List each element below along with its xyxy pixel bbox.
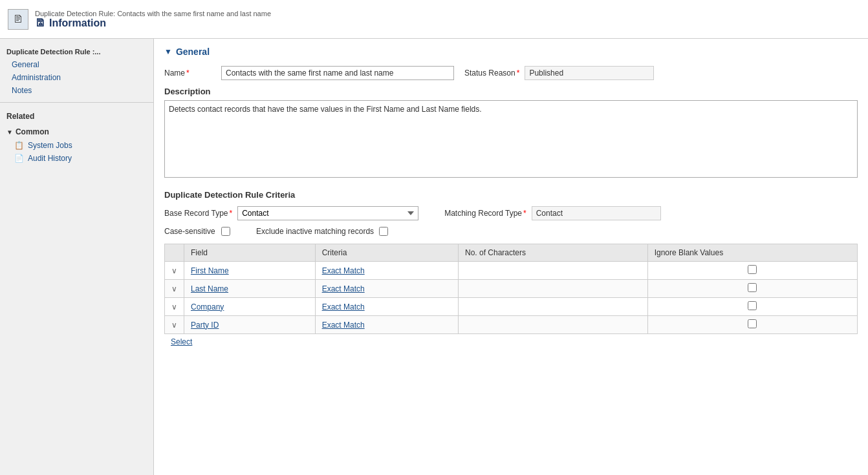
criteria-link[interactable]: Exact Match — [322, 266, 365, 275]
col-field: Field — [184, 244, 316, 262]
criteria-title: Duplicate Detection Rule Criteria — [164, 190, 858, 200]
row-ignore-blank — [647, 280, 857, 298]
table-row: ∨ Last Name Exact Match — [165, 280, 858, 298]
section-triangle-icon: ▼ — [164, 47, 172, 56]
status-reason-input — [525, 66, 654, 80]
name-field-group: Name* — [164, 66, 454, 80]
row-no-of-chars — [459, 298, 648, 316]
row-ignore-blank — [647, 298, 857, 316]
header-text: Duplicate Detection Rule: Contacts with … — [35, 10, 271, 29]
row-field: Party ID — [184, 316, 316, 334]
field-link[interactable]: Company — [191, 302, 224, 311]
section-title: General — [176, 47, 210, 57]
criteria-table: Field Criteria No. of Characters Ignore … — [164, 244, 858, 334]
row-chevron[interactable]: ∨ — [165, 298, 184, 316]
table-row: ∨ Company Exact Match — [165, 298, 858, 316]
row-chevron[interactable]: ∨ — [165, 262, 184, 280]
col-criteria: Criteria — [315, 244, 458, 262]
row-criteria: Exact Match — [315, 316, 458, 334]
table-row: ∨ Party ID Exact Match — [165, 316, 858, 334]
exclude-inactive-group: Exclude inactive matching records — [256, 227, 388, 236]
base-record-type-select[interactable]: Contact — [237, 206, 418, 220]
base-record-type-group: Base Record Type* Contact — [164, 206, 418, 220]
row-criteria: Exact Match — [315, 298, 458, 316]
criteria-link[interactable]: Exact Match — [322, 321, 365, 330]
col-ignore-blank: Ignore Blank Values — [647, 244, 857, 262]
sidebar-section-title: Duplicate Detection Rule :... — [0, 44, 153, 58]
app-icon: 🖹 — [8, 9, 28, 30]
row-ignore-blank — [647, 262, 857, 280]
section-header: ▼ General — [164, 47, 858, 57]
sidebar-item-audit-history[interactable]: 📄 Audit History — [0, 152, 153, 165]
exclude-inactive-label: Exclude inactive matching records — [256, 227, 374, 236]
status-reason-field-group: Status Reason* — [464, 66, 654, 80]
audit-history-icon: 📄 — [14, 154, 24, 163]
sidebar-item-system-jobs[interactable]: 📋 System Jobs — [0, 139, 153, 152]
sidebar-common-header: ▼ Common — [0, 125, 153, 139]
info-icon: 🖺 — [35, 17, 45, 29]
description-section: Description Detects contact records that… — [164, 87, 858, 180]
criteria-link[interactable]: Exact Match — [322, 284, 365, 293]
case-sensitive-label: Case-sensitive — [164, 227, 216, 236]
criteria-bottom-row: Case-sensitive Exclude inactive matching… — [164, 227, 858, 236]
sidebar-item-general[interactable]: General — [0, 58, 153, 71]
case-sensitive-group: Case-sensitive — [164, 227, 230, 236]
row-criteria: Exact Match — [315, 280, 458, 298]
name-input[interactable] — [221, 66, 454, 80]
criteria-link[interactable]: Exact Match — [322, 302, 365, 311]
sidebar: Duplicate Detection Rule :... General Ad… — [0, 39, 154, 475]
sidebar-item-notes[interactable]: Notes — [0, 84, 153, 97]
col-chevron — [165, 244, 184, 262]
row-no-of-chars — [459, 280, 648, 298]
matching-record-type-input — [532, 206, 661, 220]
header-subtitle: Duplicate Detection Rule: Contacts with … — [35, 10, 271, 17]
ignore-blank-checkbox[interactable] — [748, 265, 757, 274]
select-link[interactable]: Select — [164, 334, 199, 350]
ignore-blank-checkbox[interactable] — [748, 301, 757, 310]
row-criteria: Exact Match — [315, 262, 458, 280]
ignore-blank-checkbox[interactable] — [748, 283, 757, 292]
base-record-type-label: Base Record Type* — [164, 209, 232, 218]
row-no-of-chars — [459, 262, 648, 280]
sidebar-divider — [0, 102, 153, 103]
row-field: Last Name — [184, 280, 316, 298]
system-jobs-icon: 📋 — [14, 141, 24, 150]
exclude-inactive-checkbox[interactable] — [379, 227, 388, 236]
matching-record-type-group: Matching Record Type* — [444, 206, 661, 220]
col-no-of-chars: No. of Characters — [459, 244, 648, 262]
criteria-top-row: Base Record Type* Contact Matching Recor… — [164, 206, 858, 220]
name-label: Name* — [164, 69, 216, 78]
row-chevron[interactable]: ∨ — [165, 316, 184, 334]
ignore-blank-checkbox[interactable] — [748, 319, 757, 328]
header: 🖹 Duplicate Detection Rule: Contacts wit… — [0, 0, 868, 39]
row-field: Company — [184, 298, 316, 316]
criteria-form: Base Record Type* Contact Matching Recor… — [164, 206, 858, 236]
main-layout: Duplicate Detection Rule :... General Ad… — [0, 39, 868, 475]
content-area: ▼ General Name* Status Reason* — [154, 39, 868, 475]
status-reason-label: Status Reason* — [464, 69, 519, 78]
name-status-row: Name* Status Reason* — [164, 66, 858, 80]
description-label: Description — [164, 87, 858, 96]
description-textarea[interactable]: Detects contact records that have the sa… — [164, 100, 858, 178]
table-row: ∨ First Name Exact Match — [165, 262, 858, 280]
row-chevron[interactable]: ∨ — [165, 280, 184, 298]
row-field: First Name — [184, 262, 316, 280]
sidebar-item-administration[interactable]: Administration — [0, 71, 153, 84]
common-triangle-icon: ▼ — [6, 129, 13, 136]
row-no-of-chars — [459, 316, 648, 334]
sidebar-related-label: Related — [0, 108, 153, 125]
row-ignore-blank — [647, 316, 857, 334]
field-link[interactable]: First Name — [191, 266, 229, 275]
field-link[interactable]: Last Name — [191, 284, 228, 293]
matching-record-type-label: Matching Record Type* — [444, 209, 526, 218]
case-sensitive-checkbox[interactable] — [221, 227, 230, 236]
header-title: 🖺 Information — [35, 17, 271, 29]
field-link[interactable]: Party ID — [191, 321, 219, 330]
